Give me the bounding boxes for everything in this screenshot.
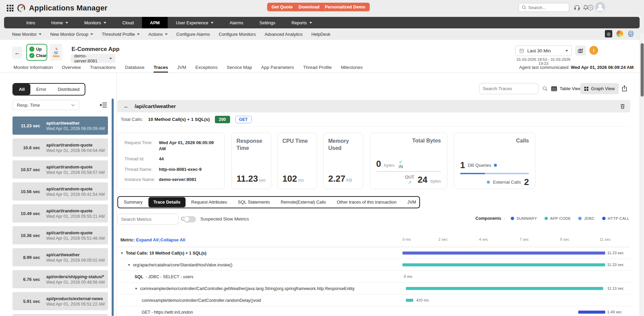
toolbar-item-new-monitor[interactable]: New Monitor: [12, 32, 41, 37]
graph-view-button[interactable]: Graph View: [580, 83, 619, 94]
printer-icon[interactable]: [627, 30, 635, 37]
search-metrics-input[interactable]: [121, 217, 181, 222]
metric-row[interactable]: ▼Total Calls: 10 Method Call(s) + 1 SQL(…: [117, 247, 630, 259]
tab-exceptions[interactable]: Exceptions: [195, 65, 218, 73]
detail-tab-jvm[interactable]: JVM: [402, 197, 421, 207]
detail-tab-other-traces-of-this-transaction[interactable]: Other traces of this transaction: [332, 197, 401, 207]
metric-row[interactable]: GET - https://wttr.in/London1.49 sec: [117, 306, 630, 316]
list-item[interactable]: 10.49 secapi/cart/random-quoteWed Apr 01…: [12, 204, 108, 222]
tab-app-parameters[interactable]: App Parameters: [261, 65, 294, 73]
pie-chart-icon[interactable]: [616, 30, 623, 37]
screenshot-tool-icon[interactable]: ◎: [605, 30, 612, 37]
nav-item-user-experience[interactable]: User Experience: [168, 17, 221, 28]
nav-item-intro[interactable]: Intro: [18, 17, 43, 28]
list-item[interactable]: 10.57 secapi/cart/random-quoteWed Apr 01…: [12, 160, 108, 179]
help-icon[interactable]: ?: [586, 3, 595, 12]
list-item[interactable]: 10.56 secapi/cart/random-quoteWed Apr 01…: [12, 182, 108, 201]
search-traces-input[interactable]: [483, 86, 542, 91]
nav-item-monitors[interactable]: Monitors: [76, 17, 114, 28]
tab-database[interactable]: Database: [125, 65, 144, 73]
snapshot-camera-button[interactable]: [575, 46, 586, 56]
metric-row[interactable]: com/example/demo/controller/CartControll…: [117, 294, 630, 306]
tab-monitor-information[interactable]: Monitor Information: [13, 65, 53, 73]
list-item[interactable]: 8.99 secapi/cart/weatherWed Apr 01, 2026…: [12, 248, 108, 266]
tab-milestones[interactable]: Milestones: [341, 65, 363, 73]
sort-select[interactable]: Resp. Time: [12, 100, 79, 110]
toolbar-item-configure-alarms[interactable]: Configure Alarms: [176, 32, 210, 37]
toolbar-item-new-monitor-group[interactable]: New Monitor Group: [50, 32, 93, 37]
back-arrow-icon[interactable]: ←: [123, 103, 129, 110]
user-avatar[interactable]: [595, 2, 605, 12]
toolbar-item-advanced-analytics[interactable]: Advanced Analytics: [264, 32, 303, 37]
search-traces[interactable]: [479, 83, 538, 94]
toolbar-item-actions[interactable]: Actions: [148, 32, 168, 37]
list-item[interactable]: 6.76 secapi/orders/shipping-status/*Wed …: [12, 270, 108, 288]
nav-item-alarms[interactable]: Alarms: [222, 17, 251, 28]
graph-view-icon: [584, 87, 588, 91]
list-item[interactable]: 11.23 secapi/cart/weatherWed Apr 01, 202…: [12, 116, 108, 135]
share-icon[interactable]: [621, 84, 629, 93]
collapse-arrow-icon[interactable]: ▼: [120, 252, 123, 255]
tab-service-map[interactable]: Service Map: [227, 65, 252, 73]
tab-jvm[interactable]: JVM: [177, 65, 186, 73]
metric-row[interactable]: ▼org/apache/catalina/core/StandardHostVa…: [117, 259, 630, 271]
detail-tab-sql-statements[interactable]: SQL Statements: [233, 197, 275, 207]
detail-tab-request-attributes[interactable]: Request Attributes: [186, 197, 232, 207]
toolbar-item-label: New Monitor: [12, 32, 37, 37]
collapse-arrow-icon[interactable]: ▼: [135, 287, 138, 290]
instance-select[interactable]: demo-server:8081: [71, 54, 115, 63]
nav-item-reports[interactable]: Reports: [283, 17, 320, 28]
nav-item-home[interactable]: Home: [43, 17, 76, 28]
stat-card-cpu-time: CPU Time102ms: [277, 133, 317, 189]
tab-overview[interactable]: Overview: [62, 65, 81, 73]
tab-transactions[interactable]: Transactions: [90, 65, 116, 73]
list-scrollbar[interactable]: [112, 99, 114, 316]
toolbar-item-configure-monitors[interactable]: Configure Monitors: [219, 32, 256, 37]
slow-metrics-toggle[interactable]: [184, 216, 196, 222]
nav-items: IntroHomeMonitorsCloudAPMUser Experience…: [18, 17, 320, 28]
components-legend: Components : SUMMARYAPP CODEJDBCHTTP CAL…: [475, 216, 629, 221]
filter-all[interactable]: All: [13, 84, 30, 95]
legend-label: APP CODE: [550, 216, 571, 220]
global-search[interactable]: [519, 3, 569, 12]
table-view-button[interactable]: Table View: [547, 83, 586, 94]
nav-item-apm[interactable]: APM: [142, 17, 168, 28]
time-range-select[interactable]: Last 30 Min: [515, 45, 572, 56]
metric-label-prefix: SQL: [135, 274, 143, 279]
list-item[interactable]: 5.91 secapi/products/external-newsWed Ap…: [12, 292, 108, 310]
metric-row[interactable]: ▼com/example/demo/controller/CartControl…: [117, 283, 630, 294]
detail-tab-remote-external-calls[interactable]: Remote(External) Calls: [276, 197, 331, 207]
expand-all-link[interactable]: Expand All: [136, 237, 159, 242]
detail-tab-trace-details[interactable]: Trace Details: [148, 197, 186, 207]
personalized-demo-button[interactable]: Personalized Demo: [320, 3, 370, 11]
search-metrics[interactable]: [117, 214, 179, 225]
tab-traces[interactable]: Traces: [153, 65, 168, 73]
filter-error[interactable]: Error: [30, 84, 52, 95]
download-button[interactable]: Download: [294, 3, 324, 11]
metric-row[interactable]: SQL- JDBC - SELECT - users0 ms: [117, 271, 630, 283]
list-item[interactable]: 10.6 secapi/cart/random-quoteWed Apr 01,…: [12, 138, 108, 157]
get-quote-button[interactable]: Get Quote: [267, 3, 297, 11]
panel-divider: [116, 73, 117, 316]
external-calls-label: External Calls: [493, 180, 521, 185]
page-scrollbar[interactable]: [640, 34, 644, 316]
tab-thread-profile[interactable]: Thread Profile: [303, 65, 332, 73]
apps-grid-icon[interactable]: [7, 5, 13, 11]
alarm-warning-badge[interactable]: !: [589, 46, 598, 55]
filter-distributed[interactable]: Distributed: [52, 84, 85, 95]
scrollbar-thumb[interactable]: [641, 43, 644, 97]
collapse-all-link[interactable]: Collapse All: [160, 237, 185, 242]
support-headset-icon[interactable]: [572, 3, 581, 12]
delete-trace-icon[interactable]: [619, 102, 628, 111]
collapse-arrow-icon[interactable]: ▼: [128, 263, 131, 267]
list-item[interactable]: 10.36 secapi/cart/random-quoteWed Apr 01…: [12, 226, 108, 244]
back-button[interactable]: ←: [12, 47, 22, 59]
nav-item-settings[interactable]: Settings: [251, 17, 283, 28]
toolbar-item-threshold-profile[interactable]: Threshold Profile: [102, 32, 140, 37]
toolbar-item-helpdesk[interactable]: HelpDesk: [311, 32, 330, 37]
detail-tab-summary[interactable]: Summary: [119, 197, 148, 207]
collapse-filter-icon[interactable]: [99, 101, 108, 109]
nav-item-cloud[interactable]: Cloud: [114, 17, 142, 28]
list-item-partial[interactable]: [12, 314, 108, 316]
global-search-input[interactable]: [528, 5, 566, 10]
